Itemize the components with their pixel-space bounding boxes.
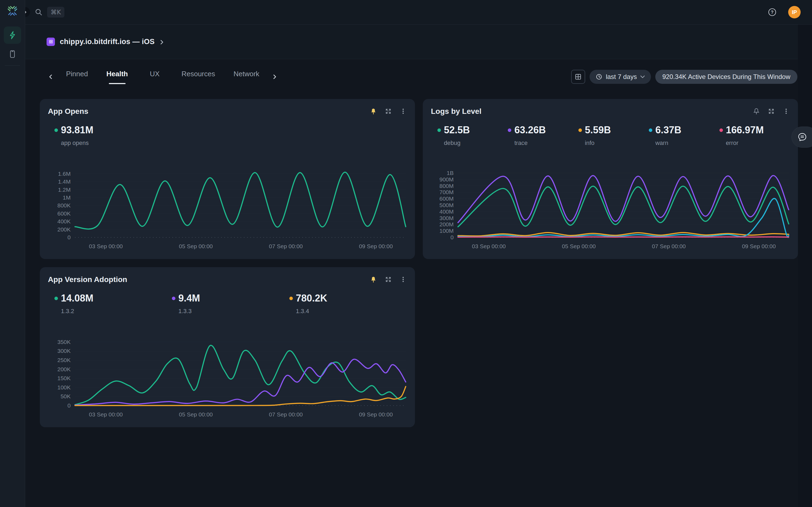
svg-text:200M: 200M [439,221,454,227]
svg-text:700M: 700M [439,189,454,195]
active-devices-badge: 920.34K Active Devices During This Windo… [655,70,797,84]
series-color-dot [54,297,58,300]
series-color-dot [54,128,58,132]
svg-text:400M: 400M [439,209,454,215]
app-opens-chart[interactable]: 0200K400K600K800K1M1.2M1.4M1.6M03 Sep 00… [48,167,407,252]
stat-label: error [726,139,790,147]
stat-label: warn [655,139,719,147]
svg-text:200K: 200K [57,226,71,233]
svg-text:03 Sep 00:00: 03 Sep 00:00 [89,243,123,249]
tabs-row: Pinned Health UX Resources Network [25,59,812,95]
topbar: ⌘K ? IP [25,0,812,24]
tab-ux[interactable]: UX [137,70,172,84]
series-color-dot [438,128,441,132]
chevron-down-icon [640,74,645,79]
stats-row: 52.5Bdebug63.26Btrace5.59Binfo6.37Bwarn1… [438,124,790,147]
help-icon[interactable]: ? [768,8,777,17]
kebab-menu-icon[interactable] [400,276,407,283]
svg-text:?: ? [771,10,773,15]
tab-network[interactable]: Network [224,70,268,84]
svg-text:200K: 200K [57,366,71,372]
tab-resources[interactable]: Resources [172,70,224,84]
time-range-dropdown[interactable]: last 7 days [590,70,651,84]
stat-label: 1.3.3 [179,308,289,315]
stat-label: app opens [61,139,93,147]
stat-value: 166.97M [726,124,764,136]
stat-value: 52.5B [444,124,470,136]
stat-value: 6.37B [655,124,681,136]
series-color-dot [289,297,293,300]
grid-layout-icon [575,73,582,80]
card-logs-by-level: Logs by Level 52 [423,99,798,259]
app-version-adoption-chart[interactable]: 050K100K150K200K250K300K350K03 Sep 00:00… [48,335,407,420]
tab-label: Pinned [66,70,88,78]
stat: 14.08M1.3.2 [54,293,172,315]
dashboard-layout-button[interactable] [571,70,585,84]
breadcrumb-app-id: chippy.io.bitdrift.ios — iOS [60,38,155,46]
tab-health[interactable]: Health [97,70,137,84]
svg-text:350K: 350K [57,339,71,345]
stat-value: 93.81M [61,124,93,136]
svg-text:0: 0 [67,234,71,240]
stat: 6.37Bwarn [649,124,719,147]
stat-value: 9.4M [179,293,200,304]
chevron-right-icon [272,74,277,79]
svg-text:1M: 1M [63,194,71,201]
expand-icon[interactable] [385,108,392,115]
svg-text:150K: 150K [57,375,71,381]
stat-value: 14.08M [61,293,93,304]
bitdrift-logo-icon[interactable] [6,4,19,17]
stat-label: trace [514,139,578,147]
global-search[interactable]: ⌘K [35,0,64,24]
pin-icon[interactable] [370,276,377,283]
tabs-scroll-right-button[interactable] [268,74,281,79]
card-app-opens: App Opens 93.81M [40,99,415,259]
stat: 93.81Mapp opens [54,124,93,147]
logs-by-level-chart[interactable]: 0100M200M300M400M500M600M700M800M900M1B0… [431,167,790,252]
sidebar-item-devices[interactable] [4,47,21,62]
stat: 9.4M1.3.3 [172,293,289,315]
mobile-device-icon [8,50,17,58]
pin-icon[interactable] [753,108,760,115]
sidebar-item-health[interactable] [4,26,21,44]
chat-button[interactable] [792,126,812,148]
sidebar [0,0,25,507]
avatar[interactable]: IP [788,6,801,18]
svg-text:500M: 500M [439,202,454,208]
kebab-menu-icon[interactable] [782,108,790,115]
stat-value: 780.2K [296,293,327,304]
card-title: App Version Adoption [48,275,127,284]
tab-label: Health [106,70,128,78]
svg-text:1B: 1B [447,170,454,176]
svg-text:800K: 800K [57,202,71,209]
stat-label: 1.3.2 [61,308,172,315]
stat: 166.97Merror [719,124,790,147]
series-color-dot [719,128,723,132]
tabs-scroll-left-button[interactable] [44,74,57,79]
tab-pinned[interactable]: Pinned [57,70,97,84]
expand-icon[interactable] [385,276,392,283]
svg-text:0: 0 [450,234,454,240]
stat: 52.5Bdebug [438,124,508,147]
pin-icon[interactable] [370,108,377,115]
svg-text:600M: 600M [439,195,454,202]
stat-value: 63.26B [514,124,546,136]
tabs: Pinned Health UX Resources Network [44,70,281,84]
search-icon [35,8,43,16]
search-shortcut-badge: ⌘K [47,7,64,17]
right-rail [798,24,812,507]
card-title: App Opens [48,107,88,116]
stat-value: 5.59B [585,124,611,136]
kebab-menu-icon[interactable] [400,108,407,115]
stat-label: debug [444,139,508,147]
svg-text:07 Sep 00:00: 07 Sep 00:00 [652,243,686,249]
svg-text:05 Sep 00:00: 05 Sep 00:00 [562,243,596,249]
series-color-dot [649,128,652,132]
expand-icon[interactable] [768,108,775,115]
breadcrumb[interactable]: chippy.io.bitdrift.ios — iOS [47,24,164,59]
chevron-left-icon [48,74,53,79]
breadcrumb-bar: chippy.io.bitdrift.ios — iOS [25,24,812,59]
sidebar-divider [5,65,20,66]
card-app-version-adoption: App Version Adoption [40,267,415,427]
tab-label: UX [150,70,159,78]
